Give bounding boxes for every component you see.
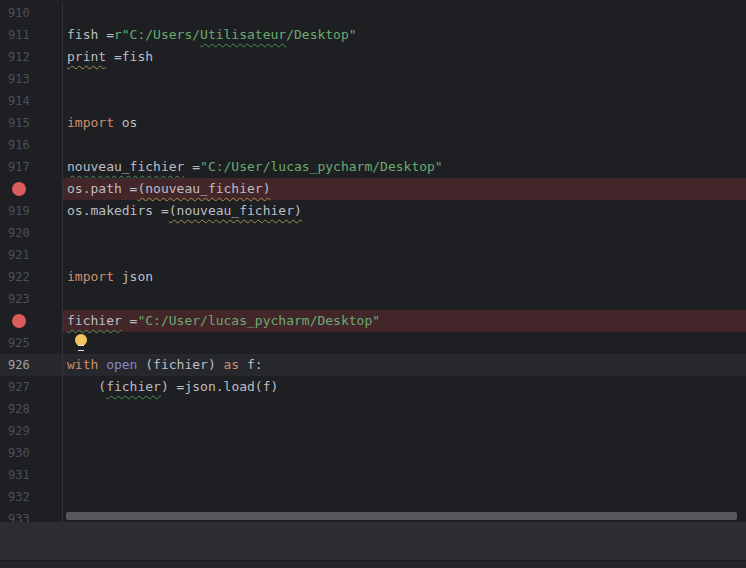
gutter-breakpoint-cell[interactable] <box>0 310 63 332</box>
code-line[interactable]: 929 <box>0 420 746 442</box>
line-number[interactable]: 930 <box>8 446 30 460</box>
code-line-content[interactable] <box>63 420 746 442</box>
gutter-line-number[interactable]: 929 <box>0 420 63 442</box>
breakpoint-icon[interactable] <box>12 314 26 328</box>
code-line-content[interactable]: print =fish <box>63 46 746 68</box>
line-number[interactable]: 925 <box>8 336 30 350</box>
gutter-line-number[interactable]: 920 <box>0 222 63 244</box>
code-line-content[interactable] <box>63 68 746 90</box>
code-line[interactable]: 927 (fichier) =json.load(f) <box>0 376 746 398</box>
code-line[interactable]: 916 <box>0 134 746 156</box>
line-number[interactable]: 933 <box>8 512 30 522</box>
code-line-content[interactable]: import json <box>63 266 746 288</box>
gutter-line-number[interactable]: 921 <box>0 244 63 266</box>
code-line[interactable]: 910 <box>0 2 746 24</box>
code-line[interactable]: 931 <box>0 464 746 486</box>
code-line-content[interactable] <box>63 486 746 508</box>
line-number[interactable]: 910 <box>8 6 30 20</box>
line-number[interactable]: 926 <box>8 358 30 372</box>
code-token-plain <box>98 357 106 372</box>
code-line[interactable]: 926with open (fichier) as f: <box>0 354 746 376</box>
code-line[interactable]: 925 <box>0 332 746 354</box>
line-number[interactable]: 921 <box>8 248 30 262</box>
line-number[interactable]: 912 <box>8 50 30 64</box>
code-line-content[interactable] <box>63 442 746 464</box>
code-line-content[interactable] <box>63 288 746 310</box>
code-line-content[interactable]: fish =r"C:/Users/Utilisateur/Desktop" <box>63 24 746 46</box>
code-line[interactable]: 919os.makedirs =(nouveau_fichier) <box>0 200 746 222</box>
gutter-line-number[interactable]: 928 <box>0 398 63 420</box>
horizontal-scrollbar-thumb[interactable] <box>66 512 737 520</box>
code-line-content[interactable] <box>63 222 746 244</box>
line-number[interactable]: 931 <box>8 468 30 482</box>
code-line-content[interactable] <box>63 464 746 486</box>
code-line[interactable]: 911fish =r"C:/Users/Utilisateur/Desktop" <box>0 24 746 46</box>
code-line[interactable]: 912print =fish <box>0 46 746 68</box>
gutter-line-number[interactable]: 915 <box>0 112 63 134</box>
gutter-line-number[interactable]: 925 <box>0 332 63 354</box>
code-line[interactable]: 923 <box>0 288 746 310</box>
code-line-content[interactable]: fichier ="C:/User/lucas_pycharm/Desktop" <box>63 310 746 332</box>
code-line-content[interactable]: os.makedirs =(nouveau_fichier) <box>63 200 746 222</box>
code-line[interactable]: 932 <box>0 486 746 508</box>
line-number[interactable]: 919 <box>8 204 30 218</box>
gutter-line-number[interactable]: 912 <box>0 46 63 68</box>
gutter-line-number[interactable]: 930 <box>0 442 63 464</box>
code-line[interactable]: 917nouveau_fichier ="C:/User/lucas_pycha… <box>0 156 746 178</box>
line-number[interactable]: 920 <box>8 226 30 240</box>
line-number[interactable]: 911 <box>8 28 30 42</box>
gutter-breakpoint-cell[interactable] <box>0 178 63 200</box>
code-line[interactable]: os.path =(nouveau_fichier) <box>0 178 746 200</box>
gutter-line-number[interactable]: 933 <box>0 508 63 522</box>
code-token-plain-warn: (nouveau_fichier) <box>137 181 270 196</box>
line-number[interactable]: 929 <box>8 424 30 438</box>
line-number[interactable]: 916 <box>8 138 30 152</box>
gutter-line-number[interactable]: 919 <box>0 200 63 222</box>
code-line-content[interactable]: with open (fichier) as f: <box>63 354 746 376</box>
code-line-content[interactable]: (fichier) =json.load(f) <box>63 376 746 398</box>
gutter-line-number[interactable]: 911 <box>0 24 63 46</box>
code-line[interactable]: 921 <box>0 244 746 266</box>
code-line[interactable]: 914 <box>0 90 746 112</box>
gutter-line-number[interactable]: 926 <box>0 354 63 376</box>
line-number[interactable]: 914 <box>8 94 30 108</box>
code-line-content[interactable]: import os <box>63 112 746 134</box>
code-line[interactable]: 913 <box>0 68 746 90</box>
gutter-line-number[interactable]: 927 <box>0 376 63 398</box>
code-editor[interactable]: 910911fish =r"C:/Users/Utilisateur/Deskt… <box>0 0 746 522</box>
line-number[interactable]: 917 <box>8 160 30 174</box>
gutter-line-number[interactable]: 913 <box>0 68 63 90</box>
code-line[interactable]: 922import json <box>0 266 746 288</box>
code-line[interactable]: 930 <box>0 442 746 464</box>
code-line[interactable]: 915import os <box>0 112 746 134</box>
code-line-content[interactable] <box>63 2 746 24</box>
line-number[interactable]: 927 <box>8 380 30 394</box>
gutter-line-number[interactable]: 931 <box>0 464 63 486</box>
code-line[interactable]: 920 <box>0 222 746 244</box>
line-number[interactable]: 928 <box>8 402 30 416</box>
code-line[interactable]: 928 <box>0 398 746 420</box>
gutter-line-number[interactable]: 922 <box>0 266 63 288</box>
code-line-content[interactable] <box>63 398 746 420</box>
gutter-line-number[interactable]: 917 <box>0 156 63 178</box>
line-number[interactable]: 913 <box>8 72 30 86</box>
line-number[interactable]: 923 <box>8 292 30 306</box>
code-line[interactable]: fichier ="C:/User/lucas_pycharm/Desktop" <box>0 310 746 332</box>
line-number[interactable]: 915 <box>8 116 30 130</box>
gutter-line-number[interactable]: 914 <box>0 90 63 112</box>
code-line-content[interactable] <box>63 90 746 112</box>
gutter-line-number[interactable]: 932 <box>0 486 63 508</box>
gutter-line-number[interactable]: 910 <box>0 2 63 24</box>
breakpoint-icon[interactable] <box>12 182 26 196</box>
ide-window: 910911fish =r"C:/Users/Utilisateur/Deskt… <box>0 0 746 568</box>
code-line-content[interactable] <box>63 244 746 266</box>
code-line-content[interactable] <box>63 332 746 354</box>
code-line-content[interactable]: nouveau_fichier ="C:/User/lucas_pycharm/… <box>63 156 746 178</box>
gutter-line-number[interactable]: 923 <box>0 288 63 310</box>
intention-bulb-icon[interactable] <box>75 334 88 351</box>
code-line-content[interactable]: os.path =(nouveau_fichier) <box>63 178 746 200</box>
gutter-line-number[interactable]: 916 <box>0 134 63 156</box>
line-number[interactable]: 932 <box>8 490 30 504</box>
code-line-content[interactable] <box>63 134 746 156</box>
line-number[interactable]: 922 <box>8 270 30 284</box>
